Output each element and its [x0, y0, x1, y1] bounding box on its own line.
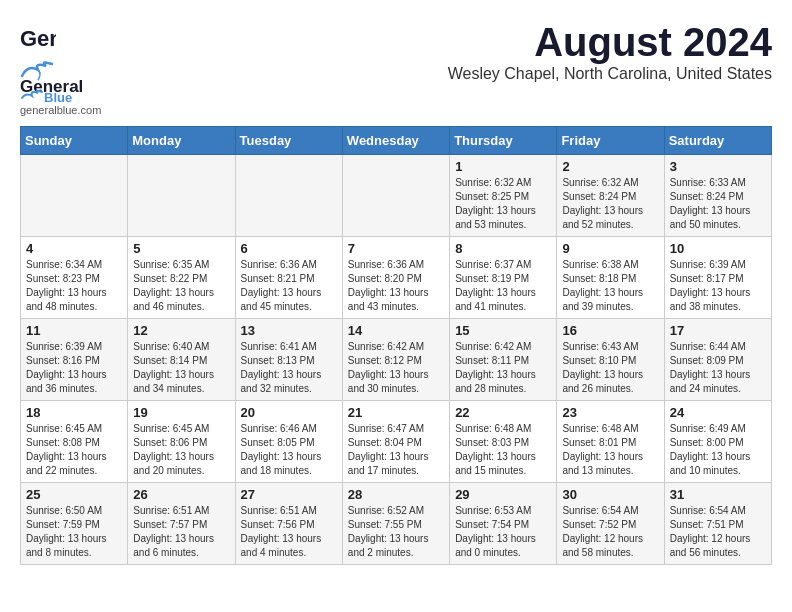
cell-content: Sunrise: 6:51 AM Sunset: 7:57 PM Dayligh…: [133, 504, 229, 560]
calendar-cell: 12Sunrise: 6:40 AM Sunset: 8:14 PM Dayli…: [128, 319, 235, 401]
calendar-week-row: 25Sunrise: 6:50 AM Sunset: 7:59 PM Dayli…: [21, 483, 772, 565]
day-header-thursday: Thursday: [450, 127, 557, 155]
day-number: 14: [348, 323, 444, 338]
calendar-week-row: 18Sunrise: 6:45 AM Sunset: 8:08 PM Dayli…: [21, 401, 772, 483]
day-number: 23: [562, 405, 658, 420]
calendar-cell: 15Sunrise: 6:42 AM Sunset: 8:11 PM Dayli…: [450, 319, 557, 401]
page-header: General General Blue generalblue.com Aug…: [20, 20, 772, 116]
day-number: 31: [670, 487, 766, 502]
calendar-cell: 19Sunrise: 6:45 AM Sunset: 8:06 PM Dayli…: [128, 401, 235, 483]
calendar-cell: 28Sunrise: 6:52 AM Sunset: 7:55 PM Dayli…: [342, 483, 449, 565]
cell-content: Sunrise: 6:36 AM Sunset: 8:20 PM Dayligh…: [348, 258, 444, 314]
day-number: 11: [26, 323, 122, 338]
day-number: 10: [670, 241, 766, 256]
cell-content: Sunrise: 6:32 AM Sunset: 8:24 PM Dayligh…: [562, 176, 658, 232]
svg-text:General: General: [20, 26, 56, 51]
cell-content: Sunrise: 6:32 AM Sunset: 8:25 PM Dayligh…: [455, 176, 551, 232]
calendar-cell: 25Sunrise: 6:50 AM Sunset: 7:59 PM Dayli…: [21, 483, 128, 565]
day-number: 21: [348, 405, 444, 420]
svg-text:generalblue.com: generalblue.com: [20, 104, 101, 116]
cell-content: Sunrise: 6:35 AM Sunset: 8:22 PM Dayligh…: [133, 258, 229, 314]
day-number: 2: [562, 159, 658, 174]
day-number: 19: [133, 405, 229, 420]
cell-content: Sunrise: 6:42 AM Sunset: 8:11 PM Dayligh…: [455, 340, 551, 396]
calendar-cell: 30Sunrise: 6:54 AM Sunset: 7:52 PM Dayli…: [557, 483, 664, 565]
calendar-cell: [128, 155, 235, 237]
cell-content: Sunrise: 6:39 AM Sunset: 8:16 PM Dayligh…: [26, 340, 122, 396]
cell-content: Sunrise: 6:34 AM Sunset: 8:23 PM Dayligh…: [26, 258, 122, 314]
calendar-cell: 10Sunrise: 6:39 AM Sunset: 8:17 PM Dayli…: [664, 237, 771, 319]
cell-content: Sunrise: 6:37 AM Sunset: 8:19 PM Dayligh…: [455, 258, 551, 314]
day-number: 28: [348, 487, 444, 502]
calendar-cell: 21Sunrise: 6:47 AM Sunset: 8:04 PM Dayli…: [342, 401, 449, 483]
cell-content: Sunrise: 6:38 AM Sunset: 8:18 PM Dayligh…: [562, 258, 658, 314]
cell-content: Sunrise: 6:50 AM Sunset: 7:59 PM Dayligh…: [26, 504, 122, 560]
calendar-cell: 9Sunrise: 6:38 AM Sunset: 8:18 PM Daylig…: [557, 237, 664, 319]
day-header-wednesday: Wednesday: [342, 127, 449, 155]
cell-content: Sunrise: 6:47 AM Sunset: 8:04 PM Dayligh…: [348, 422, 444, 478]
calendar-cell: 11Sunrise: 6:39 AM Sunset: 8:16 PM Dayli…: [21, 319, 128, 401]
day-number: 16: [562, 323, 658, 338]
day-number: 5: [133, 241, 229, 256]
calendar-cell: 23Sunrise: 6:48 AM Sunset: 8:01 PM Dayli…: [557, 401, 664, 483]
calendar-cell: 13Sunrise: 6:41 AM Sunset: 8:13 PM Dayli…: [235, 319, 342, 401]
calendar-cell: 7Sunrise: 6:36 AM Sunset: 8:20 PM Daylig…: [342, 237, 449, 319]
cell-content: Sunrise: 6:41 AM Sunset: 8:13 PM Dayligh…: [241, 340, 337, 396]
calendar-header-row: SundayMondayTuesdayWednesdayThursdayFrid…: [21, 127, 772, 155]
day-header-sunday: Sunday: [21, 127, 128, 155]
calendar-cell: [21, 155, 128, 237]
day-number: 26: [133, 487, 229, 502]
day-number: 25: [26, 487, 122, 502]
day-number: 27: [241, 487, 337, 502]
subtitle: Wesley Chapel, North Carolina, United St…: [448, 65, 772, 83]
calendar-cell: 18Sunrise: 6:45 AM Sunset: 8:08 PM Dayli…: [21, 401, 128, 483]
calendar-cell: [342, 155, 449, 237]
day-number: 6: [241, 241, 337, 256]
cell-content: Sunrise: 6:46 AM Sunset: 8:05 PM Dayligh…: [241, 422, 337, 478]
day-number: 9: [562, 241, 658, 256]
cell-content: Sunrise: 6:48 AM Sunset: 8:01 PM Dayligh…: [562, 422, 658, 478]
day-number: 1: [455, 159, 551, 174]
calendar-cell: 4Sunrise: 6:34 AM Sunset: 8:23 PM Daylig…: [21, 237, 128, 319]
day-header-tuesday: Tuesday: [235, 127, 342, 155]
cell-content: Sunrise: 6:45 AM Sunset: 8:06 PM Dayligh…: [133, 422, 229, 478]
calendar-cell: 16Sunrise: 6:43 AM Sunset: 8:10 PM Dayli…: [557, 319, 664, 401]
calendar-cell: 1Sunrise: 6:32 AM Sunset: 8:25 PM Daylig…: [450, 155, 557, 237]
day-header-monday: Monday: [128, 127, 235, 155]
day-number: 17: [670, 323, 766, 338]
day-number: 15: [455, 323, 551, 338]
calendar-week-row: 1Sunrise: 6:32 AM Sunset: 8:25 PM Daylig…: [21, 155, 772, 237]
calendar-cell: 29Sunrise: 6:53 AM Sunset: 7:54 PM Dayli…: [450, 483, 557, 565]
logo: General General Blue generalblue.com: [20, 20, 140, 116]
calendar-cell: 14Sunrise: 6:42 AM Sunset: 8:12 PM Dayli…: [342, 319, 449, 401]
logo-text-svg: Blue generalblue.com: [20, 88, 130, 116]
cell-content: Sunrise: 6:54 AM Sunset: 7:52 PM Dayligh…: [562, 504, 658, 560]
calendar-cell: 31Sunrise: 6:54 AM Sunset: 7:51 PM Dayli…: [664, 483, 771, 565]
cell-content: Sunrise: 6:49 AM Sunset: 8:00 PM Dayligh…: [670, 422, 766, 478]
cell-content: Sunrise: 6:44 AM Sunset: 8:09 PM Dayligh…: [670, 340, 766, 396]
day-number: 30: [562, 487, 658, 502]
day-number: 7: [348, 241, 444, 256]
day-number: 20: [241, 405, 337, 420]
day-number: 22: [455, 405, 551, 420]
cell-content: Sunrise: 6:33 AM Sunset: 8:24 PM Dayligh…: [670, 176, 766, 232]
day-header-saturday: Saturday: [664, 127, 771, 155]
calendar-cell: 2Sunrise: 6:32 AM Sunset: 8:24 PM Daylig…: [557, 155, 664, 237]
day-number: 29: [455, 487, 551, 502]
calendar-cell: 20Sunrise: 6:46 AM Sunset: 8:05 PM Dayli…: [235, 401, 342, 483]
cell-content: Sunrise: 6:54 AM Sunset: 7:51 PM Dayligh…: [670, 504, 766, 560]
calendar-cell: 24Sunrise: 6:49 AM Sunset: 8:00 PM Dayli…: [664, 401, 771, 483]
calendar-cell: 8Sunrise: 6:37 AM Sunset: 8:19 PM Daylig…: [450, 237, 557, 319]
cell-content: Sunrise: 6:45 AM Sunset: 8:08 PM Dayligh…: [26, 422, 122, 478]
calendar-week-row: 4Sunrise: 6:34 AM Sunset: 8:23 PM Daylig…: [21, 237, 772, 319]
day-number: 8: [455, 241, 551, 256]
day-number: 24: [670, 405, 766, 420]
cell-content: Sunrise: 6:48 AM Sunset: 8:03 PM Dayligh…: [455, 422, 551, 478]
cell-content: Sunrise: 6:40 AM Sunset: 8:14 PM Dayligh…: [133, 340, 229, 396]
calendar-cell: [235, 155, 342, 237]
cell-content: Sunrise: 6:53 AM Sunset: 7:54 PM Dayligh…: [455, 504, 551, 560]
main-title: August 2024: [448, 20, 772, 65]
day-number: 13: [241, 323, 337, 338]
calendar-cell: 22Sunrise: 6:48 AM Sunset: 8:03 PM Dayli…: [450, 401, 557, 483]
svg-text:Blue: Blue: [44, 90, 72, 105]
